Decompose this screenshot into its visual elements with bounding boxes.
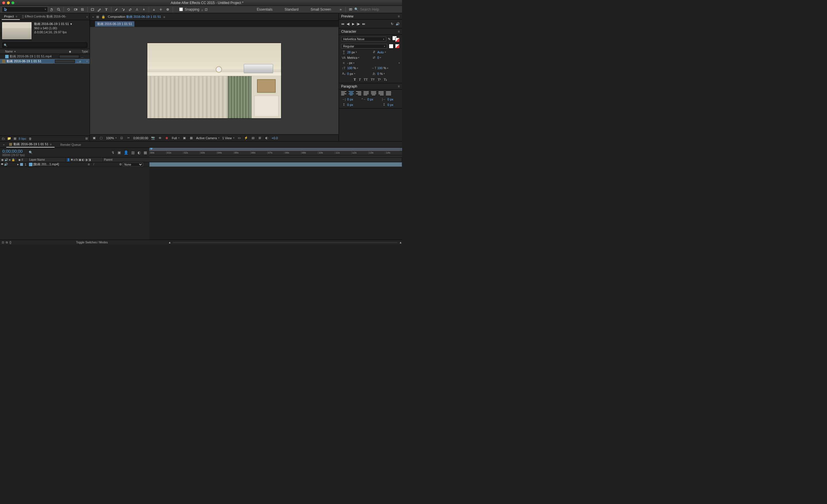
pan-behind-tool-icon[interactable] [79,7,86,12]
play-icon[interactable]: ▶ [352,22,354,26]
tsume-value[interactable]: 0 [377,72,379,75]
layer-video-toggle[interactable] [0,162,4,166]
leading-value[interactable]: Auto [377,51,384,54]
layer-list[interactable]: 🔊 ▸ 1 [動画 201...1.mp4] ⊕/ ⊚ None [0,162,149,240]
justify-all-icon[interactable] [386,91,391,95]
subscript-icon[interactable]: T₁ [384,78,387,82]
sort-desc-icon[interactable]: ▼ [14,51,16,53]
text-tool-icon[interactable]: T [103,7,109,12]
zoom-out-slider-icon[interactable]: ▲ [168,241,171,244]
channel-icon[interactable]: ◉ [165,136,169,140]
project-tab[interactable]: Project≡ [2,13,20,20]
col-type[interactable]: Type [75,50,90,53]
composition-viewer[interactable] [90,27,339,134]
clone-tool-icon[interactable] [120,7,126,12]
show-snapshot-icon[interactable]: 👁 [158,136,162,140]
justify-right-icon[interactable] [379,91,384,95]
default-colors-icon[interactable] [395,44,400,49]
align-right-icon[interactable] [356,91,361,95]
work-area-bar[interactable] [149,148,402,151]
solo-col-icon[interactable]: ● [9,158,11,161]
eraser-tool-icon[interactable] [127,7,133,12]
justify-center-icon[interactable] [371,91,376,95]
workspace-standard[interactable]: Standard [279,7,304,11]
new-folder-icon[interactable]: 📁 [7,137,11,140]
workspace-more-icon[interactable]: » [337,7,344,12]
snapping-checkbox[interactable] [179,7,183,11]
vscale-value[interactable]: 100 [347,66,352,70]
rotate-tool-icon[interactable] [65,7,72,12]
indent-left-val[interactable]: 0 px [347,98,353,101]
selection-tool-icon[interactable] [2,7,48,12]
eyedropper-icon[interactable]: ✎ [388,37,391,41]
camera-dropdown[interactable]: Active Camera [196,136,220,140]
panel-menu-icon[interactable]: ≡ [50,143,52,146]
playhead-indicator[interactable] [150,148,153,150]
search-help[interactable]: 🔍 [354,7,400,11]
allcaps-icon[interactable]: TT [363,78,368,82]
panel-menu-icon[interactable]: ≡ [15,15,17,18]
parent-col[interactable]: Parent [103,158,402,162]
brush-tool-icon[interactable] [113,7,119,12]
project-row[interactable]: 動画 2016-06-19 1 01 51 ...e [0,59,90,64]
fill-stroke-swatches[interactable] [392,36,400,42]
panel-menu-icon[interactable]: ≡ [398,84,400,88]
timeline-comp-tab[interactable]: 動画 2016-06-19 1 01 51 ≡ [6,142,55,148]
graph-editor-icon[interactable]: ▦ [144,150,147,155]
justify-left-icon[interactable] [363,91,369,95]
snapping-toggle[interactable]: Snapping ⟓ ⊡ [179,7,208,11]
mute-icon[interactable]: 🔊 [396,22,400,26]
axis-local-icon[interactable] [151,7,157,12]
search-help-input[interactable] [360,7,395,11]
shy-toggle-icon[interactable]: 👤 [124,150,128,155]
effect-controls-tab[interactable]: Effect Controls 動画 2016-06- [20,13,68,20]
label-swatch[interactable] [55,60,75,63]
swap-colors-icon[interactable] [389,44,393,49]
space-before-val[interactable]: 0 px [347,103,353,106]
mask-visibility-icon[interactable]: ✂ [126,136,130,140]
layer-name[interactable]: [動画 201...1.mp4] [33,162,88,166]
superscript-icon[interactable]: T¹ [378,78,381,82]
rectangle-tool-icon[interactable] [89,7,96,12]
comp-flow-name[interactable]: 動画 2016-06-19 1 01 51 [95,21,134,27]
audio-col-icon[interactable]: 🔊 [5,158,8,161]
comp-mini-flowchart-icon[interactable]: ↯ [111,150,114,155]
zoom-dropdown[interactable]: 100% [106,136,116,140]
space-after-val[interactable]: 0 px [387,103,393,106]
zoom-tool-icon[interactable] [55,7,62,12]
grid-icon[interactable]: ▦ [189,136,193,140]
exposure-value[interactable]: +0.0 [272,136,278,140]
tabs-overflow-icon[interactable]: » [85,15,90,18]
next-frame-icon[interactable]: |▶ [357,22,360,26]
camera-tool-icon[interactable] [72,7,79,12]
sync-settings-icon[interactable] [347,7,354,12]
current-time[interactable]: 0;00;00;00 [133,136,148,140]
pixel-aspect-icon[interactable]: ▭ [237,136,241,140]
video-col-icon[interactable]: ◉ [1,158,4,161]
render-queue-tab[interactable]: Render Queue [55,143,86,146]
view-layout-dropdown[interactable]: 1 View [222,136,234,140]
toggle-switches-1-icon[interactable]: ⊡ [2,241,4,244]
snapshot-icon[interactable]: 📷 [151,136,155,140]
layer-switches[interactable]: ⊕/ [88,163,119,166]
axis-view-icon[interactable] [164,7,171,12]
panel-menu-icon[interactable]: ≡ [398,14,400,18]
toggle-switches-modes[interactable]: Toggle Switches / Modes [17,241,166,244]
hscale-value[interactable]: 100 [377,66,383,70]
delete-icon[interactable]: 🗑 [29,137,32,140]
snap-opt1-icon[interactable]: ⟓ [201,7,203,11]
workspace-smallscreen[interactable]: Small Screen [305,7,337,11]
toggle-switches-2-icon[interactable]: ⧉ [6,241,8,244]
reset-exposure-icon[interactable]: ◐ [265,136,269,140]
project-row[interactable]: 動画 2016-06-19 1 01 51.mp4 ... [0,54,90,59]
close-tab-icon[interactable]: × [2,143,6,146]
snap-opt2-icon[interactable]: ⊡ [205,7,208,11]
font-family-dropdown[interactable]: Helvetica Neue [341,37,386,41]
close-tab-icon[interactable]: × [92,15,94,19]
layer-expand-icon[interactable]: ▸ [16,162,20,166]
layer-name-col[interactable]: Layer Name [28,158,65,162]
faux-bold-icon[interactable]: T [354,78,356,82]
shy-icon[interactable]: 👤 [66,158,70,161]
fast-previews-icon[interactable]: ⚡ [244,136,248,140]
maximize-window-icon[interactable] [11,1,14,4]
